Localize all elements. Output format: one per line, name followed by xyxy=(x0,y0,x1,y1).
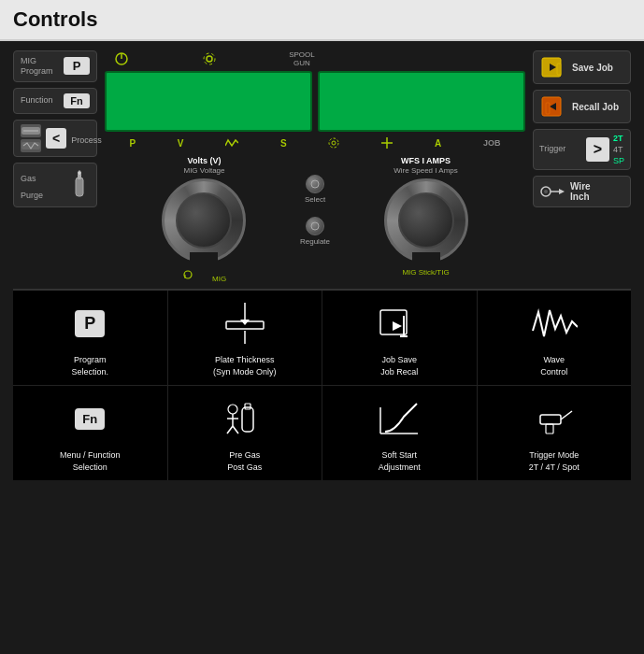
function-label: Function xyxy=(21,95,58,106)
svg-rect-38 xyxy=(242,407,253,432)
left-knob-section: Volts (V) MIG Voltage xyxy=(108,156,300,283)
legend-job-icon-area xyxy=(376,300,422,347)
right-knob-section: WFS I AMPS Wire Speed I Amps MIG Stick/T… xyxy=(330,156,522,277)
gas-purge-button[interactable]: GasPurge xyxy=(13,163,97,207)
job-save-icon xyxy=(376,303,422,344)
left-knob[interactable] xyxy=(162,178,246,263)
svg-marker-35 xyxy=(393,321,402,331)
display-screens xyxy=(105,71,525,132)
right-display-screen xyxy=(318,71,525,132)
left-knob-title: Volts (V) xyxy=(188,156,222,165)
regulate-knob xyxy=(306,217,324,235)
settings-icon xyxy=(202,51,217,66)
svg-marker-31 xyxy=(240,320,250,325)
svg-rect-3 xyxy=(76,178,83,196)
svg-rect-24 xyxy=(546,103,550,114)
trigger-button[interactable]: Trigger > 2T 4T SP xyxy=(533,129,631,170)
regulate-label: Regulate xyxy=(300,237,330,246)
save-job-label: Save Job xyxy=(572,63,613,73)
right-knob-inner xyxy=(398,192,454,249)
legend-soft-start: Soft StartAdjustment xyxy=(322,386,478,480)
display-top-row: SPOOLGUN xyxy=(105,50,525,67)
function-button[interactable]: Function Fn xyxy=(13,88,97,114)
save-job-button[interactable]: Save Job xyxy=(533,50,631,84)
pre-post-gas-icon xyxy=(222,398,268,439)
wire-inch-icon xyxy=(540,181,565,202)
bottom-section: P ProgramSelection. xyxy=(13,289,631,480)
svg-marker-28 xyxy=(559,189,565,194)
legend-plate-thickness: Plate Thickness(Syn Mode Only) xyxy=(168,291,323,385)
power-icon xyxy=(114,51,129,66)
page-title: Controls xyxy=(13,7,97,31)
svg-point-17 xyxy=(311,180,319,188)
process-icons xyxy=(21,124,41,152)
legend-fn-text: Menu / FunctionSelection xyxy=(60,449,121,473)
legend-fn-icon-area: Fn xyxy=(75,395,105,442)
legend-trigger-text: Trigger Mode2T / 4T / Spot xyxy=(529,449,580,473)
select-regulate-area: Select Regulate xyxy=(300,156,330,246)
mig-program-button[interactable]: MIGProgram P xyxy=(13,50,97,82)
center-display: SPOOLGUN P V S xyxy=(105,50,525,283)
wire-inch-button[interactable]: WireInch xyxy=(533,176,631,207)
svg-rect-49 xyxy=(546,424,553,434)
indicator-row: P V S A JOB xyxy=(105,135,525,150)
right-knob-title: WFS I AMPS xyxy=(401,156,451,165)
trigger-mode-sp: SP xyxy=(613,156,624,165)
trigger-mode-2t: 2T xyxy=(613,134,624,143)
left-knob-label: MIG xyxy=(182,268,226,283)
indicator-gear xyxy=(328,137,339,149)
process-label: Process xyxy=(71,135,102,145)
select-knob xyxy=(306,175,324,193)
legend-plate-icon-area xyxy=(222,300,268,347)
top-section: MIGProgram P Function Fn xyxy=(13,50,631,283)
soft-start-icon xyxy=(376,398,422,439)
svg-point-5 xyxy=(78,171,81,175)
right-knob[interactable] xyxy=(384,178,468,263)
save-job-icon xyxy=(540,56,566,78)
mig-program-label: MIGProgram xyxy=(21,56,58,77)
regulate-control[interactable]: Regulate xyxy=(300,217,330,246)
legend-wave-icon-area xyxy=(531,300,578,347)
recall-job-label: Recall Job xyxy=(572,102,619,112)
spool-gun-label: SPOOLGUN xyxy=(289,50,315,67)
legend-job-save: Job SaveJob Recal xyxy=(322,291,478,385)
weld-icon-1 xyxy=(21,124,41,137)
legend-p-key: P xyxy=(75,310,105,337)
weld-icon-2 xyxy=(21,139,41,152)
p-key: P xyxy=(64,57,90,75)
svg-point-40 xyxy=(228,405,237,414)
select-control[interactable]: Select xyxy=(305,175,325,204)
legend-job-text: Job SaveJob Recal xyxy=(380,354,418,377)
legend-wave-control: WaveControl xyxy=(478,291,632,385)
legend-gas-text: Pre GasPost Gas xyxy=(227,449,262,473)
legend-trigger-mode: Trigger Mode2T / 4T / Spot xyxy=(478,386,632,480)
svg-rect-21 xyxy=(557,64,561,75)
svg-point-9 xyxy=(207,56,212,62)
indicator-p: P xyxy=(129,138,136,149)
fn-key: Fn xyxy=(64,93,90,108)
indicator-cross xyxy=(381,137,393,149)
trigger-mode-4t: 4T xyxy=(613,145,624,154)
recall-job-button[interactable]: Recall Job xyxy=(533,90,631,123)
left-display-screen xyxy=(105,71,312,132)
svg-point-11 xyxy=(332,141,336,145)
legend-pre-post-gas: Pre GasPost Gas xyxy=(168,386,323,480)
trigger-mode-icon xyxy=(531,398,578,439)
knobs-row: Volts (V) MIG Voltage xyxy=(105,156,525,283)
header: Controls xyxy=(0,0,644,41)
gas-cylinder-icon xyxy=(69,170,90,200)
legend-gas-icon-area xyxy=(222,395,268,442)
left-knob-bottom-text: MIG xyxy=(212,275,226,283)
left-knob-inner xyxy=(176,192,232,249)
legend-program-selection: P ProgramSelection. xyxy=(13,291,168,385)
indicator-s: S xyxy=(280,138,287,149)
process-button[interactable]: < Process xyxy=(13,120,97,157)
trigger-label: Trigger xyxy=(539,144,582,153)
select-label: Select xyxy=(305,195,325,204)
legend-plate-text: Plate Thickness(Syn Mode Only) xyxy=(213,354,277,377)
right-knob-subtitle: Wire Speed I Amps xyxy=(394,166,457,175)
mig-label-icon xyxy=(182,268,210,281)
left-knob-outer xyxy=(162,178,246,263)
left-knob-subtitle: MIG Voltage xyxy=(183,166,224,175)
right-knob-outer xyxy=(384,178,468,263)
